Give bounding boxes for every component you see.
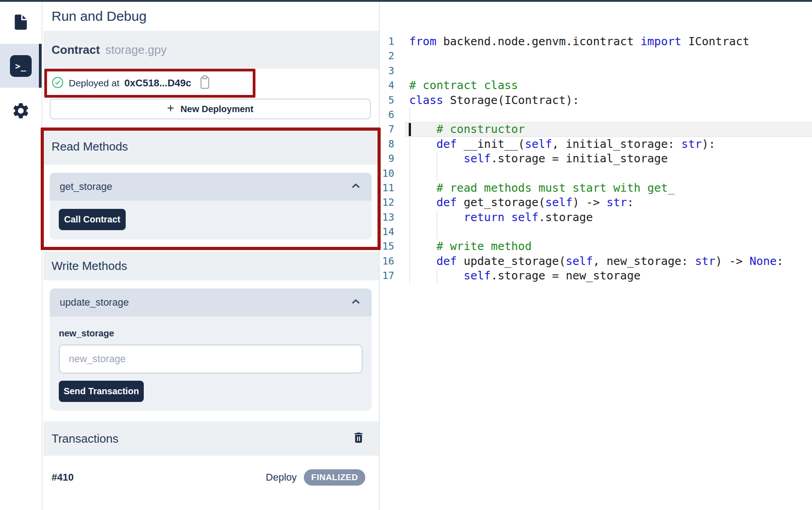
code-line: def get_storage(self) -> str: (409, 195, 784, 210)
code-token: backend.node.genvm.icontract (436, 35, 641, 48)
code-token: ): (702, 137, 715, 151)
code-token: self (566, 255, 593, 268)
code-token: : (627, 196, 634, 209)
method-name: get_storage (60, 181, 112, 193)
write-methods-band: Write Methods (43, 251, 379, 280)
code-line: class Storage(IContract): (409, 93, 784, 108)
code-token (505, 211, 511, 224)
code-token (409, 181, 436, 194)
code-token (409, 240, 436, 253)
code-token: # write method (436, 240, 532, 253)
read-methods-title: Read Methods (52, 140, 128, 154)
run-and-debug-panel: Run and Debug Contract storage.gpy Deplo… (43, 2, 380, 510)
line-number: 14 (380, 225, 394, 239)
param-label: new_storage (59, 328, 114, 339)
line-number: 1 (380, 34, 394, 49)
copy-address-button[interactable] (198, 75, 212, 92)
code-token: IContract (681, 35, 750, 48)
run-debug-nav-button[interactable]: >_ (0, 44, 42, 88)
code-token: ) -> (715, 255, 749, 268)
new-deployment-button[interactable]: + New Deployment (50, 99, 371, 119)
read-method-card: get_storage Call Contract (50, 173, 372, 240)
code-line (409, 108, 784, 122)
update-storage-accordion-header[interactable]: update_storage (50, 288, 372, 316)
line-number: 11 (380, 181, 394, 195)
code-token: # contract class (409, 79, 518, 92)
code-line: def __init__(self, initial_storage: str)… (409, 137, 784, 151)
code-token: , initial_storage: (552, 137, 681, 151)
code-token: return (463, 211, 504, 224)
line-number: 2 (380, 49, 394, 63)
gear-icon (11, 101, 30, 122)
contract-file-name: storage.gpy (105, 43, 167, 57)
app-window: >_ Run and Debug Contract storage.gpy De… (0, 0, 812, 510)
transaction-id: #410 (52, 472, 74, 483)
status-badge: FINALIZED (304, 469, 365, 486)
code-token (409, 211, 463, 224)
contract-address: 0xC518...D49c (124, 77, 191, 89)
line-number: 13 (380, 210, 394, 225)
new-deployment-label: New Deployment (180, 104, 253, 114)
code-token: Storage(IContract): (443, 94, 579, 107)
code-token: .storage = new_storage (491, 269, 641, 282)
code-token: : (777, 255, 784, 268)
line-number: 3 (380, 64, 394, 78)
get-storage-accordion-header[interactable]: get_storage (50, 173, 372, 201)
clipboard-icon (198, 75, 212, 92)
code-line: # contract class (409, 78, 784, 93)
write-methods-title: Write Methods (52, 259, 127, 273)
code-line: self.storage = initial_storage (409, 151, 784, 166)
code-editor[interactable]: 1234567891011121314151617 from backend.n… (380, 2, 812, 508)
transactions-title: Transactions (52, 432, 118, 446)
code-token: __init__( (457, 137, 525, 151)
code-token: , new_storage: (593, 255, 695, 268)
chevron-up-icon (350, 180, 362, 194)
code-line (409, 166, 784, 181)
code-token (409, 152, 463, 165)
line-number: 5 (380, 93, 394, 108)
transaction-row[interactable]: #410 Deploy FINALIZED (43, 456, 379, 499)
method-name: update_storage (60, 297, 129, 308)
code-token: from (409, 35, 436, 48)
code-token: def (436, 137, 457, 151)
code-line: # read methods must start with get_ (409, 181, 784, 195)
call-contract-button[interactable]: Call Contract (59, 209, 126, 230)
code-line (409, 225, 784, 239)
deployed-at-label: Deployed at (69, 78, 119, 89)
file-icon (12, 11, 30, 35)
code-token: # constructor (436, 123, 525, 136)
code-line: # constructor (409, 122, 784, 137)
line-number: 9 (380, 151, 394, 166)
code-token (409, 269, 463, 282)
success-check-icon (52, 76, 64, 90)
contract-label: Contract (52, 43, 100, 57)
code-token (409, 123, 436, 136)
code-token: def (436, 255, 457, 268)
deployment-status-row: Deployed at 0xC518...D49c (52, 69, 212, 98)
line-number-gutter: 1234567891011121314151617 (380, 34, 394, 283)
code-token: str (695, 255, 715, 268)
line-number: 12 (380, 195, 394, 210)
get-storage-body: Call Contract (50, 201, 372, 240)
code-line: def update_storage(self, new_storage: st… (409, 254, 784, 269)
code-token: ) -> (572, 196, 606, 209)
new-storage-input[interactable] (59, 345, 363, 373)
code-token: def (436, 196, 457, 209)
code-token: .storage = initial_storage (491, 152, 668, 165)
line-number: 16 (380, 254, 394, 269)
send-transaction-button[interactable]: Send Transaction (59, 381, 144, 402)
code-token: str (607, 196, 627, 209)
code-token: None (750, 255, 777, 268)
code-lines: from backend.node.genvm.icontract import… (409, 34, 784, 283)
line-number: 7 (380, 122, 394, 137)
clear-transactions-button[interactable] (352, 431, 365, 446)
code-token: import (641, 35, 681, 48)
code-token: self (525, 137, 552, 151)
code-token: class (409, 94, 443, 107)
code-token: self (511, 211, 538, 224)
line-number: 6 (380, 108, 394, 122)
contract-header-band: Contract storage.gpy (43, 31, 379, 69)
settings-nav-button[interactable] (0, 98, 42, 126)
files-nav-button[interactable] (0, 8, 42, 38)
code-line (409, 49, 784, 63)
